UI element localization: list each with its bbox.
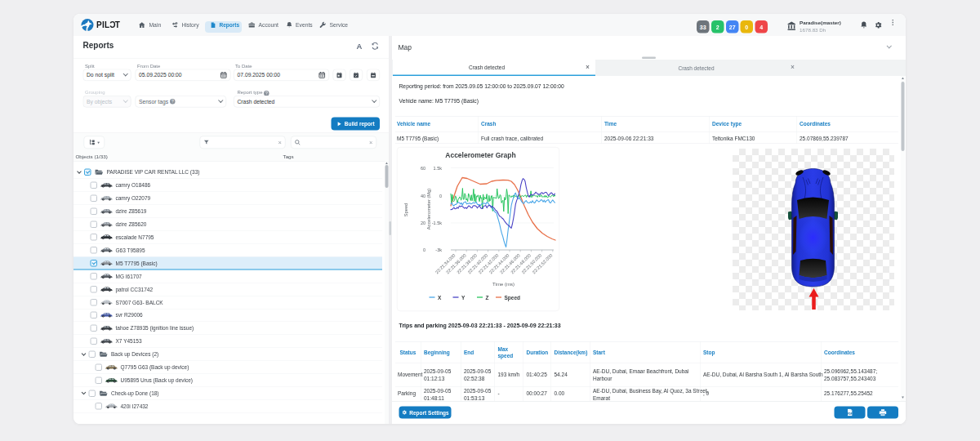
svg-text:Speed: Speed [403,203,408,217]
svg-text:Accelerometer Graph: Accelerometer Graph [445,151,515,159]
svg-text:Y: Y [461,295,466,301]
svg-text:0: 0 [439,194,442,198]
svg-text:-1.5k: -1.5k [432,220,442,225]
svg-text:-3k: -3k [435,247,442,252]
svg-text:40: 40 [421,194,425,198]
svg-text:0: 0 [423,247,425,252]
svg-text:Z: Z [486,295,489,301]
svg-text:Speed: Speed [505,295,521,301]
svg-text:X: X [438,295,442,301]
svg-text:20: 20 [421,220,425,225]
svg-text:Accelerometer (Mg): Accelerometer (Mg) [426,189,431,230]
svg-text:Time (ms): Time (ms) [492,282,514,287]
svg-text:1.5k: 1.5k [434,166,443,171]
svg-text:60: 60 [421,166,425,171]
